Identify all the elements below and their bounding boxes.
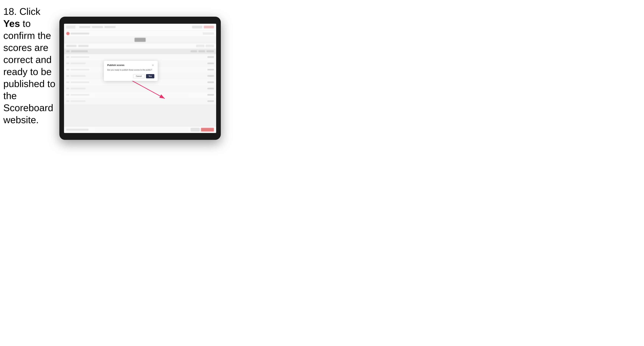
td-score <box>208 100 214 102</box>
yes-button[interactable]: Yes <box>146 74 154 78</box>
td-name <box>71 100 86 102</box>
sub-right <box>196 45 214 47</box>
breadcrumb-right <box>203 32 214 35</box>
table-row <box>64 98 216 104</box>
table-row <box>64 54 216 60</box>
instruction-text: 18. Click Yes to confirm the scores are … <box>3 5 57 126</box>
breadcrumb-text <box>71 33 89 34</box>
td-rank <box>66 75 69 77</box>
td-score <box>208 88 214 89</box>
dialog-close-button[interactable]: × <box>152 64 154 67</box>
td-name <box>71 56 89 58</box>
th-col2 <box>198 50 205 52</box>
td-name <box>71 63 86 64</box>
dialog-title-row: Publish scores × <box>107 64 154 67</box>
table-row <box>64 92 216 98</box>
nav-right <box>192 26 214 28</box>
dialog-buttons: Cancel Yes <box>107 74 154 78</box>
tablet-screen: Publish scores × Are you ready to publis… <box>64 24 216 133</box>
footer-publish-btn <box>201 128 214 132</box>
nav-btn-2 <box>204 26 214 28</box>
toolbar-publish-btn <box>134 38 146 42</box>
footer-cancel-btn <box>190 128 200 132</box>
sub-tag-1 <box>196 45 204 47</box>
td-name <box>71 88 86 89</box>
td-name <box>71 69 89 70</box>
dialog-message: Are you ready to publish these scores to… <box>107 69 154 71</box>
td-rank <box>66 69 69 70</box>
th-col3 <box>206 50 214 52</box>
td-score <box>208 75 214 77</box>
footer-text <box>66 129 88 131</box>
dialog-title: Publish scores <box>107 64 124 66</box>
bold-yes: Yes <box>3 18 20 29</box>
nav-links <box>79 26 116 28</box>
td-score <box>208 81 214 83</box>
td-score <box>208 69 214 70</box>
tablet-device: Publish scores × Are you ready to publis… <box>59 17 221 140</box>
nav-bar <box>64 24 216 31</box>
td-name <box>71 75 86 77</box>
sub-filter-1 <box>66 45 76 47</box>
td-name <box>71 81 89 83</box>
td-score <box>208 94 214 96</box>
td-rank <box>66 81 69 83</box>
td-rank <box>66 100 69 102</box>
td-score <box>208 63 214 64</box>
td-rank <box>66 94 69 96</box>
step-number: 18. <box>3 6 17 17</box>
td-rank <box>66 88 69 89</box>
cancel-button[interactable]: Cancel <box>133 74 144 78</box>
nav-link-1 <box>79 26 90 28</box>
td-score <box>208 56 214 58</box>
nav-logo <box>66 25 76 28</box>
th-score <box>190 50 197 52</box>
td-rank <box>66 56 69 58</box>
publish-scores-dialog: Publish scores × Are you ready to publis… <box>104 61 158 81</box>
table-header <box>64 49 216 54</box>
sub-tag-2 <box>206 45 214 47</box>
breadcrumb-row <box>64 31 216 37</box>
th-name <box>71 50 88 52</box>
td-name <box>71 94 89 96</box>
sub-toolbar <box>64 43 216 49</box>
nav-btn-1 <box>192 26 202 28</box>
table-row <box>64 86 216 92</box>
footer-bar <box>64 126 216 133</box>
text-after: to confirm the scores are correct and re… <box>3 18 55 125</box>
nav-link-3 <box>104 26 116 28</box>
toolbar-row <box>64 37 216 43</box>
text-before-bold: Click <box>17 6 40 17</box>
breadcrumb-icon <box>66 32 70 35</box>
sub-filter-2 <box>78 45 88 47</box>
td-rank <box>66 63 69 64</box>
nav-link-2 <box>92 26 103 28</box>
th-rank <box>66 50 70 52</box>
